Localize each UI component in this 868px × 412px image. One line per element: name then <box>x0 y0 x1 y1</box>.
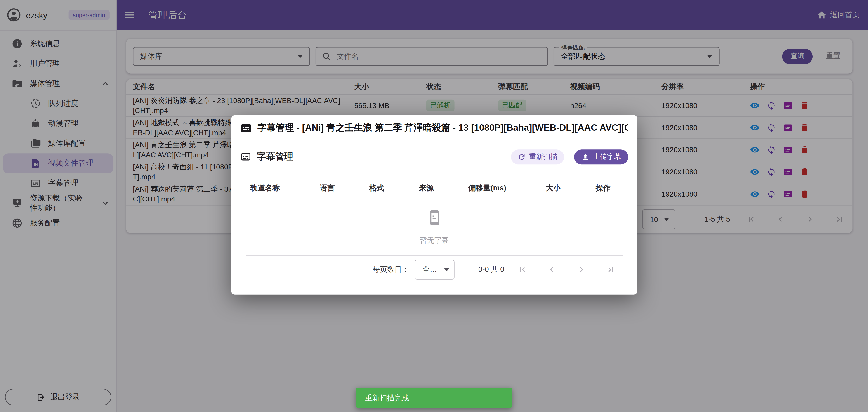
first-page-icon[interactable] <box>518 265 527 274</box>
per-page-value: 全部 <box>423 265 437 275</box>
dialog-section-header: 字幕管理 重新扫描 上传字幕 <box>231 141 637 172</box>
toast-message: 重新扫描完成 <box>365 393 409 403</box>
empty-state: 暂无字幕 <box>231 198 637 255</box>
subtitles-outline-icon <box>240 151 251 163</box>
refresh-icon <box>518 153 526 161</box>
col-header-format: 格式 <box>365 183 414 193</box>
last-page-icon[interactable] <box>606 265 615 274</box>
col-header-source: 来源 <box>414 183 464 193</box>
empty-subtitles-icon <box>426 208 443 226</box>
col-header-offset: 偏移量(ms) <box>464 183 541 193</box>
prev-page-icon[interactable] <box>548 265 556 274</box>
section-title: 字幕管理 <box>257 151 293 163</box>
rescan-button[interactable]: 重新扫描 <box>510 149 564 164</box>
dialog-title: 字幕管理 - [ANi] 青之壬生浪 第二季 芹澤暗殺篇 - 13 [1080P… <box>257 122 628 134</box>
rescan-label: 重新扫描 <box>529 152 557 161</box>
page-range-text: 0-0 共 0 <box>478 265 504 275</box>
next-page-icon[interactable] <box>577 265 586 274</box>
subtitle-table-header-row: 轨道名称 语言 格式 来源 偏移量(ms) 大小 操作 <box>231 179 637 198</box>
upload-subtitle-button[interactable]: 上传字幕 <box>574 149 628 164</box>
dialog-title-row: 字幕管理 - [ANi] 青之壬生浪 第二季 芹澤暗殺篇 - 13 [1080P… <box>231 115 637 141</box>
per-page-select[interactable]: 全部 <box>414 260 454 280</box>
success-toast: 重新扫描完成 <box>356 388 512 408</box>
upload-label: 上传字幕 <box>593 152 621 161</box>
upload-icon <box>581 153 590 161</box>
col-header-actions: 操作 <box>591 183 623 193</box>
col-header-language: 语言 <box>315 183 365 193</box>
subtitle-pagination: 每页数目： 全部 0-0 共 0 <box>231 256 637 283</box>
app: ezsky super-admin 系统信息 用户管理 媒体管理 队列进度 <box>0 0 868 412</box>
per-page-label: 每页数目： <box>373 265 409 275</box>
subtitles-filled-icon <box>240 122 252 134</box>
col-header-track-name: 轨道名称 <box>246 183 315 193</box>
empty-state-text: 暂无字幕 <box>420 235 449 245</box>
col-header-size: 大小 <box>541 183 591 193</box>
subtitle-management-dialog: 字幕管理 - [ANi] 青之壬生浪 第二季 芹澤暗殺篇 - 13 [1080P… <box>231 115 637 294</box>
pagination-nav <box>518 265 615 274</box>
dropdown-caret-icon <box>444 268 450 271</box>
